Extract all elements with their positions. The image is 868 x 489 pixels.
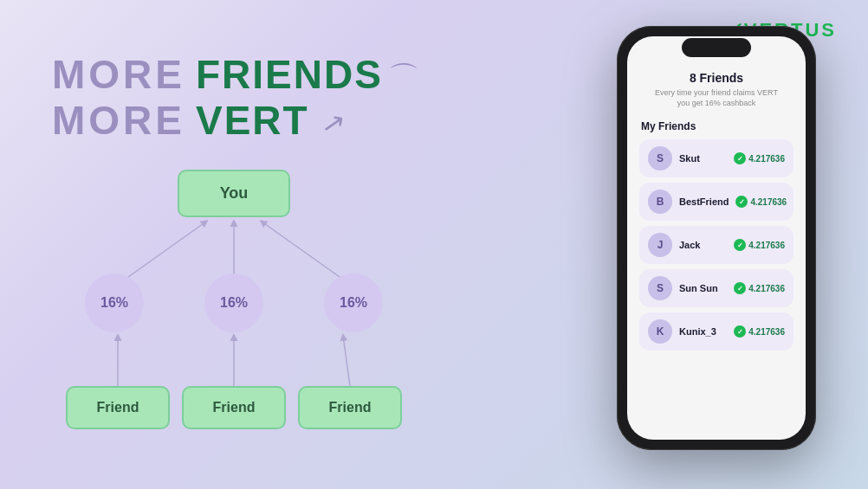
phone: 8 Friends Every time your friend claims … — [617, 26, 816, 450]
headline-vert: VERT — [196, 98, 309, 144]
screen-content: 8 Friends Every time your friend claims … — [627, 36, 806, 440]
friend-name-sunsun: Sun Sun — [679, 283, 727, 293]
arrow-2: ↙ — [319, 107, 347, 143]
headline: MORE FRIENDS ⌒ MORE VERT ↙ — [52, 52, 468, 144]
vert-check-skut: ✓ — [734, 152, 746, 164]
svg-line-3 — [262, 222, 340, 277]
avatar-jack: J — [648, 233, 672, 257]
headline-more-1: MORE — [52, 52, 185, 98]
phone-screen: 8 Friends Every time your friend claims … — [627, 36, 806, 440]
phone-frame: 8 Friends Every time your friend claims … — [617, 26, 816, 450]
friend-node-center: Friend — [182, 386, 286, 429]
arrow-1: ⌒ — [388, 60, 419, 95]
friend-name-bestfriend: BestFriend — [679, 196, 729, 207]
avatar-bestfriend: B — [648, 190, 672, 214]
friend-name-kunix: Kunix_3 — [679, 326, 727, 337]
avatar-sunsun: S — [648, 276, 672, 300]
vert-check-jack: ✓ — [734, 239, 746, 251]
headline-friends: FRIENDS — [196, 52, 383, 98]
friends-sub: Every time your friend claims VERTyou ge… — [639, 88, 794, 108]
friends-count: 8 Friends — [639, 71, 794, 85]
percent-node-left: 16% — [85, 273, 144, 332]
friend-item-kunix: K Kunix_3 ✓ 4.217636 — [639, 312, 794, 351]
friend-item-bestfriend: B BestFriend ✓ 4.217636 — [639, 183, 794, 221]
friend-item-skut: S Skut ✓ 4.217636 — [639, 139, 794, 177]
friend-node-right: Friend — [298, 386, 402, 429]
friends-header: 8 Friends Every time your friend claims … — [639, 71, 794, 108]
friend-amount-bestfriend: ✓ 4.217636 — [735, 196, 787, 208]
avatar-skut: S — [648, 146, 672, 171]
friend-list: S Skut ✓ 4.217636 B BestFriend ✓ 4.21763… — [639, 139, 794, 351]
friend-amount-kunix: ✓ 4.217636 — [734, 325, 785, 338]
vert-check-sunsun: ✓ — [734, 282, 746, 294]
svg-line-6 — [343, 336, 350, 386]
friend-node-left: Friend — [66, 386, 170, 429]
tree-diagram: You 16% 16% 16% Friend Friend Friend — [52, 170, 416, 429]
friend-item-jack: J Jack ✓ 4.217636 — [639, 226, 794, 264]
friend-amount-sunsun: ✓ 4.217636 — [734, 282, 785, 294]
headline-more-2: MORE — [52, 98, 185, 144]
percent-node-right: 16% — [324, 273, 383, 332]
percent-node-center: 16% — [204, 273, 263, 332]
friend-amount-jack: ✓ 4.217636 — [734, 239, 785, 251]
friend-item-sunsun: S Sun Sun ✓ 4.217636 — [639, 269, 794, 307]
friend-name-skut: Skut — [679, 153, 727, 164]
you-node: You — [178, 170, 290, 217]
svg-line-1 — [128, 222, 206, 277]
left-section: MORE FRIENDS ⌒ MORE VERT ↙ — [52, 52, 468, 429]
vert-check-bestfriend: ✓ — [735, 196, 748, 208]
vert-check-kunix: ✓ — [734, 325, 746, 338]
avatar-kunix: K — [648, 319, 672, 344]
friend-name-jack: Jack — [679, 240, 727, 250]
friend-amount-skut: ✓ 4.217636 — [734, 152, 785, 164]
my-friends-label: My Friends — [641, 120, 794, 132]
phone-notch — [682, 38, 751, 57]
